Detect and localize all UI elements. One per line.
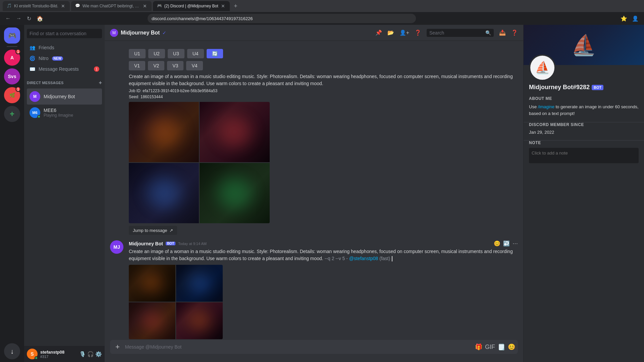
tab-close-2[interactable]: ✕ <box>142 3 148 9</box>
button-U1[interactable]: U1 <box>129 49 146 58</box>
server-3[interactable]: 🌿 1 <box>4 87 20 103</box>
emoji-icon[interactable]: 😊 <box>508 343 515 351</box>
button-grid-v: V1 V2 V3 V4 <box>129 61 518 70</box>
nitro-icon: 🌀 <box>30 56 35 61</box>
button-U2[interactable]: U2 <box>148 49 165 58</box>
jump-to-message-button[interactable]: Jump to message ↗ <box>129 226 177 235</box>
gif-icon[interactable]: GIF <box>485 344 495 351</box>
ai-image-4 <box>200 163 270 223</box>
message-2-mention[interactable]: @stefanstp08 <box>349 256 378 261</box>
server-discord-home[interactable]: 🎮 <box>4 27 20 44</box>
about-me-title: ABOUT ME <box>529 96 639 101</box>
img-glow-2 <box>214 114 256 150</box>
tab-favicon-1: 🎵 <box>7 3 12 9</box>
message-requests-item[interactable]: ✉️ Message Requests 1 <box>27 64 102 74</box>
dm-section-label: DIRECT MESSAGES <box>27 81 64 85</box>
button-V3[interactable]: V3 <box>167 61 183 70</box>
img-overlay-6 <box>176 265 223 302</box>
mee6-avatar-icon: M6 <box>32 111 37 115</box>
message-2-text: Create an image of a woman in a music st… <box>129 248 518 262</box>
add-friend-icon[interactable]: 👤+ <box>399 29 409 36</box>
home-button[interactable]: 🏠 <box>35 14 45 23</box>
note-title: NOTE <box>529 140 639 145</box>
message-requests-badge: 1 <box>94 66 99 72</box>
imagine-link[interactable]: /imagine <box>538 104 554 109</box>
more-icon[interactable]: ⋯ <box>513 240 518 247</box>
tab-2[interactable]: 💬 Wie man ChatGPT beibringt, be... ✕ <box>71 1 152 11</box>
img-glow-6 <box>185 272 213 294</box>
inbox-icon[interactable]: 📂 <box>387 29 394 36</box>
tab-favicon-2: 💬 <box>75 3 80 9</box>
button-V1[interactable]: V1 <box>129 61 145 70</box>
settings-icon[interactable]: ⚙️ <box>95 351 102 357</box>
server-3-badge: 1 <box>15 86 21 92</box>
reload-button[interactable]: ↻ <box>25 14 33 23</box>
ai-image-1 <box>129 102 199 162</box>
dm-list: M Midjourney Bot M6 MEE6 Playing /imagin… <box>24 88 105 121</box>
about-me-text: Use /imagine to generate an image in und… <box>529 104 639 117</box>
message-input[interactable] <box>125 340 472 354</box>
user-panel: S stefanstp08 #317 🎙️ 🎧 ⚙️ <box>24 346 105 362</box>
tab-close-3[interactable]: ✕ <box>220 3 226 9</box>
tab-bar: 🎵 KI erstellt Tonstudio-Bild. ✕ 💬 Wie ma… <box>0 0 644 12</box>
server-1[interactable]: A 1 <box>4 50 20 66</box>
back-button[interactable]: ← <box>4 14 12 23</box>
img-overlay-8 <box>176 302 223 339</box>
messages-area[interactable]: U1 U2 U3 U4 🔄 V1 V2 V3 V4 Create an imag… <box>105 41 523 340</box>
sticker-icon[interactable]: 🗒️ <box>498 343 505 351</box>
microphone-icon[interactable]: 🎙️ <box>79 351 86 357</box>
ai-image-5 <box>129 265 175 302</box>
img-glow-1 <box>143 114 185 150</box>
help-button[interactable]: ❓ <box>511 29 518 36</box>
server-2[interactable]: Svs <box>4 68 20 84</box>
friends-label: Friends <box>39 45 54 50</box>
reply-icon[interactable]: ↩️ <box>503 240 510 247</box>
search-bar[interactable]: Search 🔍 <box>427 29 494 37</box>
member-since-date: Jan 29, 2022 <box>529 130 639 135</box>
find-conversation-input[interactable] <box>27 29 102 38</box>
user-avatar: S <box>27 349 38 359</box>
member-since-title: DISCORD MEMBER SINCE <box>529 122 639 127</box>
inbox-button[interactable]: 📥 <box>499 29 506 36</box>
message-group-1: U1 U2 U3 U4 🔄 V1 V2 V3 V4 Create an imag… <box>110 46 518 235</box>
tab-title-2: Wie man ChatGPT beibringt, be... <box>83 4 140 8</box>
help-icon[interactable]: ❓ <box>415 29 421 36</box>
profile-button[interactable]: 👤 <box>631 14 640 23</box>
button-V4[interactable]: V4 <box>186 61 203 70</box>
url-bar[interactable]: discord.com/channels/@me/106344374919731… <box>148 14 416 23</box>
dm-nav-section: 👥 Friends 🌀 Nitro NEW ✉️ Message Request… <box>24 42 105 74</box>
new-dm-button[interactable]: + <box>99 80 102 86</box>
user-tag: #317 <box>40 355 76 359</box>
forward-button[interactable]: → <box>15 14 23 23</box>
extensions-button[interactable]: ⭐ <box>619 14 629 23</box>
download-button[interactable]: ↓ <box>4 343 20 359</box>
button-U4[interactable]: U4 <box>187 49 204 58</box>
dm-mee6[interactable]: M6 MEE6 Playing /imagine <box>27 105 102 121</box>
note-input[interactable] <box>529 148 639 163</box>
tab-1[interactable]: 🎵 KI erstellt Tonstudio-Bild. ✕ <box>3 1 70 11</box>
react-icon[interactable]: 😊 <box>494 240 500 247</box>
img-glow-4 <box>214 175 256 211</box>
right-panel: ⛵ ⛵ Midjourney Bot#9282 BOT ABOUT ME Use… <box>523 25 644 362</box>
button-refresh[interactable]: 🔄 <box>207 49 223 58</box>
tab-close-1[interactable]: ✕ <box>60 3 66 9</box>
add-server-button[interactable]: + <box>4 106 20 122</box>
button-U3[interactable]: U3 <box>168 49 184 58</box>
new-tab-button[interactable]: + <box>231 1 240 11</box>
text-cursor <box>392 256 392 261</box>
input-right-icons: 🎁 GIF 🗒️ 😊 <box>475 343 515 351</box>
seed-label: Seed <box>129 95 138 99</box>
pin-icon[interactable]: 📌 <box>375 29 382 36</box>
add-attachment-button[interactable]: + <box>113 340 122 354</box>
button-grid: U1 U2 U3 U4 🔄 <box>129 49 518 58</box>
search-icon: 🔍 <box>485 30 491 36</box>
gift-icon[interactable]: 🎁 <box>475 343 482 351</box>
dm-midjourney[interactable]: M Midjourney Bot <box>27 88 102 105</box>
headphone-icon[interactable]: 🎧 <box>87 351 94 357</box>
tab-3[interactable]: 🎮 (2) Discord | @Midjourney Bot ✕ <box>153 1 230 11</box>
address-bar: ← → ↻ 🏠 discord.com/channels/@me/1063443… <box>0 12 644 25</box>
img-overlay-5 <box>129 265 175 302</box>
friends-item[interactable]: 👥 Friends <box>27 42 102 53</box>
nitro-item[interactable]: 🌀 Nitro NEW <box>27 53 102 64</box>
button-V2[interactable]: V2 <box>148 61 164 70</box>
